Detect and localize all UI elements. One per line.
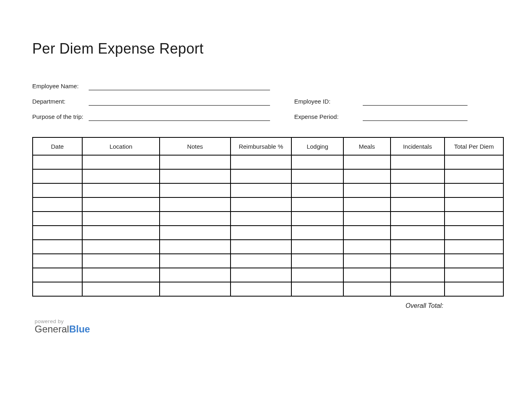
table-cell[interactable]: [291, 169, 343, 183]
col-header-meals: Meals: [343, 137, 391, 155]
table-cell[interactable]: [291, 183, 343, 197]
table-cell[interactable]: [391, 268, 445, 282]
purpose-label: Purpose of the trip:: [32, 113, 89, 121]
table-cell[interactable]: [82, 197, 160, 212]
table-cell[interactable]: [33, 226, 82, 240]
table-cell[interactable]: [445, 155, 503, 169]
table-cell[interactable]: [391, 169, 445, 183]
page-title: Per Diem Expense Report: [32, 40, 504, 57]
table-cell[interactable]: [445, 282, 503, 296]
table-cell[interactable]: [231, 226, 292, 240]
table-cell[interactable]: [160, 197, 230, 212]
table-cell[interactable]: [391, 282, 445, 296]
purpose-field[interactable]: [89, 112, 270, 121]
table-cell[interactable]: [33, 254, 82, 268]
table-cell[interactable]: [160, 254, 230, 268]
table-cell[interactable]: [231, 282, 292, 296]
table-cell[interactable]: [33, 240, 82, 254]
table-row: [33, 169, 503, 183]
table-cell[interactable]: [33, 169, 82, 183]
table-cell[interactable]: [343, 240, 391, 254]
col-header-total: Total Per Diem: [445, 137, 503, 155]
table-cell[interactable]: [160, 155, 230, 169]
table-cell[interactable]: [391, 155, 445, 169]
table-cell[interactable]: [82, 226, 160, 240]
table-cell[interactable]: [160, 240, 230, 254]
table-cell[interactable]: [291, 282, 343, 296]
table-cell[interactable]: [343, 254, 391, 268]
table-cell[interactable]: [291, 240, 343, 254]
employee-name-field[interactable]: [89, 81, 270, 90]
table-cell[interactable]: [343, 197, 391, 212]
table-cell[interactable]: [160, 282, 230, 296]
table-cell[interactable]: [33, 183, 82, 197]
table-cell[interactable]: [231, 155, 292, 169]
table-cell[interactable]: [291, 155, 343, 169]
table-row: [33, 226, 503, 240]
table-cell[interactable]: [445, 197, 503, 212]
table-cell[interactable]: [82, 169, 160, 183]
table-cell[interactable]: [231, 183, 292, 197]
table-cell[interactable]: [445, 226, 503, 240]
table-cell[interactable]: [445, 212, 503, 226]
table-cell[interactable]: [343, 155, 391, 169]
table-row: [33, 197, 503, 212]
table-cell[interactable]: [231, 169, 292, 183]
table-cell[interactable]: [445, 268, 503, 282]
table-cell[interactable]: [231, 240, 292, 254]
table-cell[interactable]: [33, 282, 82, 296]
table-cell[interactable]: [343, 282, 391, 296]
table-cell[interactable]: [343, 226, 391, 240]
table-cell[interactable]: [445, 169, 503, 183]
table-cell[interactable]: [391, 212, 445, 226]
footer-branding: powered by GeneralBlue: [32, 318, 504, 334]
table-cell[interactable]: [391, 240, 445, 254]
table-cell[interactable]: [391, 254, 445, 268]
table-cell[interactable]: [231, 268, 292, 282]
table-row: [33, 240, 503, 254]
table-cell[interactable]: [445, 240, 503, 254]
table-cell[interactable]: [33, 197, 82, 212]
col-header-incidentals: Incidentals: [391, 137, 445, 155]
expense-period-field[interactable]: [363, 112, 468, 121]
table-cell[interactable]: [391, 197, 445, 212]
table-cell[interactable]: [343, 183, 391, 197]
table-cell[interactable]: [231, 212, 292, 226]
col-header-lodging: Lodging: [291, 137, 343, 155]
table-cell[interactable]: [82, 268, 160, 282]
department-field[interactable]: [89, 97, 270, 106]
table-cell[interactable]: [291, 197, 343, 212]
table-cell[interactable]: [82, 254, 160, 268]
table-cell[interactable]: [343, 169, 391, 183]
table-cell[interactable]: [391, 226, 445, 240]
table-cell[interactable]: [82, 212, 160, 226]
table-cell[interactable]: [160, 268, 230, 282]
table-cell[interactable]: [231, 254, 292, 268]
table-cell[interactable]: [33, 268, 82, 282]
meta-fields: Employee Name: Department: Employee ID: …: [32, 81, 504, 121]
expense-table: Date Location Notes Reimbursable % Lodgi…: [32, 137, 504, 297]
table-cell[interactable]: [160, 169, 230, 183]
table-cell[interactable]: [33, 212, 82, 226]
table-cell[interactable]: [291, 226, 343, 240]
table-cell[interactable]: [160, 226, 230, 240]
table-cell[interactable]: [343, 212, 391, 226]
employee-id-field[interactable]: [363, 97, 468, 106]
table-cell[interactable]: [82, 282, 160, 296]
table-cell[interactable]: [343, 268, 391, 282]
table-cell[interactable]: [160, 212, 230, 226]
table-cell[interactable]: [445, 254, 503, 268]
table-cell[interactable]: [445, 183, 503, 197]
table-cell[interactable]: [160, 183, 230, 197]
table-cell[interactable]: [33, 155, 82, 169]
table-cell[interactable]: [82, 240, 160, 254]
overall-total-label: Overall Total:: [32, 302, 504, 309]
table-cell[interactable]: [82, 183, 160, 197]
table-cell[interactable]: [391, 183, 445, 197]
table-cell[interactable]: [231, 197, 292, 212]
table-cell[interactable]: [291, 268, 343, 282]
department-label: Department:: [32, 98, 89, 106]
table-cell[interactable]: [291, 254, 343, 268]
table-cell[interactable]: [291, 212, 343, 226]
table-cell[interactable]: [82, 155, 160, 169]
